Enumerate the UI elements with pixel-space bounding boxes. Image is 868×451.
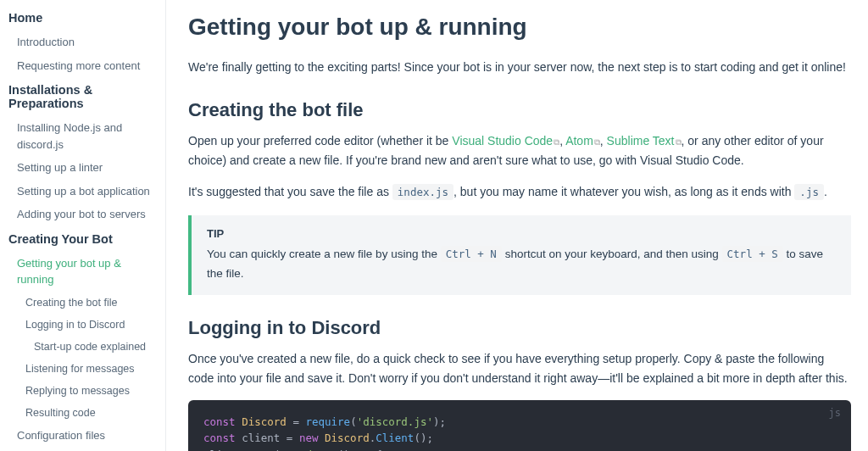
sidebar-item-resulting-code[interactable]: Resulting code — [0, 402, 165, 424]
sidebar-section-installations[interactable]: Installations & Preparations — [0, 77, 165, 116]
sidebar-item-getting-bot-running[interactable]: Getting your bot up & running — [0, 252, 165, 292]
code-ctrl-n: Ctrl + N — [441, 246, 502, 262]
sidebar-item-requesting-content[interactable]: Requesting more content — [0, 54, 165, 78]
sidebar-item-replying-messages[interactable]: Replying to messages — [0, 380, 165, 402]
tip-label: TIP — [207, 227, 836, 240]
code-indexjs: index.js — [392, 184, 453, 200]
heading-logging-in: Logging in to Discord — [188, 317, 851, 339]
heading-creating-bot-file: Creating the bot file — [188, 99, 851, 121]
tip-box: TIP You can quickly create a new file by… — [188, 215, 851, 295]
link-vscode[interactable]: Visual Studio Code⧉ — [452, 134, 559, 148]
paragraph-logging-in: Once you've created a new file, do a qui… — [188, 349, 851, 388]
code-lang-label: js — [829, 405, 841, 421]
sidebar-section-home[interactable]: Home — [0, 5, 165, 31]
sidebar-item-introduction[interactable]: Introduction — [0, 31, 165, 54]
link-atom[interactable]: Atom⧉ — [565, 134, 600, 148]
sidebar-item-installing-node[interactable]: Installing Node.js and discord.js — [0, 116, 165, 156]
tip-text: You can quickly create a new file by usi… — [207, 245, 836, 283]
page-title: Getting your bot up & running — [188, 14, 851, 41]
sidebar-item-startup-code[interactable]: Start-up code explained — [0, 336, 165, 358]
sidebar-section-creating-bot[interactable]: Creating Your Bot — [0, 226, 165, 252]
sidebar-item-logging-in-discord[interactable]: Logging in to Discord — [0, 314, 165, 336]
sidebar-item-adding-bot-servers[interactable]: Adding your bot to servers — [0, 203, 165, 226]
paragraph-editor-choice: Open up your preferred code editor (whet… — [188, 131, 851, 170]
link-sublime[interactable]: Sublime Text⧉ — [607, 134, 682, 148]
sidebar-item-listening-messages[interactable]: Listening for messages — [0, 358, 165, 380]
sidebar-item-setting-linter[interactable]: Setting up a linter — [0, 156, 165, 180]
code-block: js const Discord = require('discord.js')… — [188, 400, 851, 451]
sidebar-nav: Home Introduction Requesting more conten… — [0, 0, 166, 451]
code-js-ext: .js — [794, 184, 824, 200]
paragraph-filename-suggestion: It's suggested that you save the file as… — [188, 182, 851, 202]
sidebar-item-configuration-files[interactable]: Configuration files — [0, 424, 165, 448]
intro-paragraph: We're finally getting to the exciting pa… — [188, 58, 851, 77]
main-content: Getting your bot up & running We're fina… — [166, 0, 868, 451]
external-link-icon: ⧉ — [594, 137, 600, 147]
sidebar-item-setting-bot-app[interactable]: Setting up a bot application — [0, 180, 165, 203]
code-ctrl-s: Ctrl + S — [722, 246, 783, 262]
sidebar-item-adding-commands[interactable]: Adding more commands — [0, 448, 165, 451]
external-link-icon: ⧉ — [676, 137, 682, 147]
sidebar-item-creating-bot-file[interactable]: Creating the bot file — [0, 292, 165, 314]
